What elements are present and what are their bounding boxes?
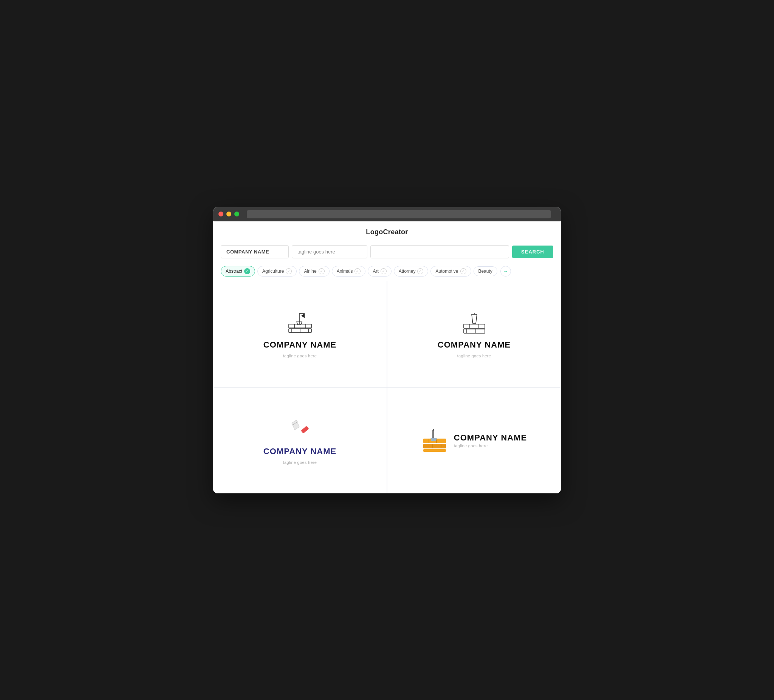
logo-2-company: COMPANY NAME <box>438 340 511 350</box>
logo-4-company: COMPANY NAME <box>454 433 527 443</box>
filter-agriculture-check: ✓ <box>286 268 292 274</box>
app-content: LogoCreator SEARCH Abstract ✓ Agricultur… <box>213 221 561 494</box>
filter-beauty-label: Beauty <box>478 269 493 274</box>
logo-1-icon <box>285 310 315 336</box>
filter-art[interactable]: Art ✓ <box>368 266 391 277</box>
close-button[interactable] <box>218 211 223 216</box>
svg-marker-10 <box>301 314 304 318</box>
filter-agriculture-label: Agriculture <box>262 269 284 274</box>
company-name-input[interactable] <box>221 245 289 258</box>
filter-automotive[interactable]: Automotive ✓ <box>430 266 471 277</box>
minimize-button[interactable] <box>227 211 231 216</box>
logo-3-tagline: tagline goes here <box>283 460 317 465</box>
tagline-input[interactable] <box>292 245 367 258</box>
svg-rect-11 <box>464 324 485 328</box>
svg-rect-23 <box>423 444 446 448</box>
logo-card-4[interactable]: COMPANY NAME tagline goes here <box>387 388 561 494</box>
logo-card-2[interactable]: COMPANY NAME tagline goes here <box>387 281 561 387</box>
filter-art-label: Art <box>373 269 378 274</box>
logo-card-4-inner: COMPANY NAME tagline goes here <box>422 428 527 452</box>
logo-card-3[interactable]: COMPANY NAME tagline goes here <box>213 388 387 494</box>
svg-rect-31 <box>433 429 434 431</box>
keyword-input[interactable] <box>370 245 509 258</box>
logo-grid: COMPANY NAME tagline goes here <box>213 281 561 494</box>
filter-attorney[interactable]: Attorney ✓ <box>394 266 428 277</box>
filter-animals[interactable]: Animals ✓ <box>332 266 366 277</box>
logo-card-3-inner: COMPANY NAME tagline goes here <box>263 416 336 465</box>
filter-airline[interactable]: Airline ✓ <box>299 266 329 277</box>
filter-art-check: ✓ <box>380 268 387 274</box>
svg-marker-30 <box>430 438 437 441</box>
filter-automotive-check: ✓ <box>460 268 466 274</box>
svg-marker-20 <box>292 420 299 430</box>
logo-3-company: COMPANY NAME <box>263 447 336 456</box>
logo-3-icon <box>285 416 315 443</box>
search-button[interactable]: SEARCH <box>512 246 553 258</box>
logo-4-text-group: COMPANY NAME tagline goes here <box>454 433 527 448</box>
logo-4-icon <box>422 428 448 452</box>
maximize-button[interactable] <box>234 211 239 216</box>
logo-2-tagline: tagline goes here <box>457 353 491 358</box>
filter-agriculture[interactable]: Agriculture ✓ <box>257 266 297 277</box>
svg-marker-17 <box>471 314 477 324</box>
filter-airline-label: Airline <box>304 269 316 274</box>
filter-abstract-check: ✓ <box>244 268 250 274</box>
filter-automotive-label: Automotive <box>435 269 458 274</box>
address-bar[interactable] <box>247 210 551 218</box>
svg-rect-29 <box>432 430 434 439</box>
filter-attorney-label: Attorney <box>399 269 416 274</box>
app-window: LogoCreator SEARCH Abstract ✓ Agricultur… <box>213 207 561 494</box>
logo-4-tagline: tagline goes here <box>454 444 527 448</box>
filter-abstract[interactable]: Abstract ✓ <box>221 266 255 277</box>
logo-2-icon <box>459 310 490 336</box>
filter-animals-label: Animals <box>337 269 353 274</box>
logo-1-tagline: tagline goes here <box>283 353 317 358</box>
search-bar: SEARCH <box>213 241 561 263</box>
app-title: LogoCreator <box>366 228 408 236</box>
filter-next-button[interactable]: → <box>500 266 511 277</box>
filter-beauty[interactable]: Beauty <box>473 266 497 276</box>
filter-attorney-check: ✓ <box>417 268 423 274</box>
logo-card-1-inner: COMPANY NAME tagline goes here <box>263 310 336 358</box>
titlebar <box>213 207 561 221</box>
filter-bar: Abstract ✓ Agriculture ✓ Airline ✓ Anima… <box>213 263 561 280</box>
filter-abstract-label: Abstract <box>226 269 242 274</box>
svg-rect-19 <box>301 426 309 434</box>
filter-airline-check: ✓ <box>319 268 325 274</box>
svg-rect-24 <box>423 449 446 452</box>
filter-animals-check: ✓ <box>354 268 361 274</box>
logo-card-1[interactable]: COMPANY NAME tagline goes here <box>213 281 387 387</box>
app-header: LogoCreator <box>213 221 561 241</box>
logo-1-company: COMPANY NAME <box>263 340 336 350</box>
logo-card-2-inner: COMPANY NAME tagline goes here <box>438 310 511 358</box>
